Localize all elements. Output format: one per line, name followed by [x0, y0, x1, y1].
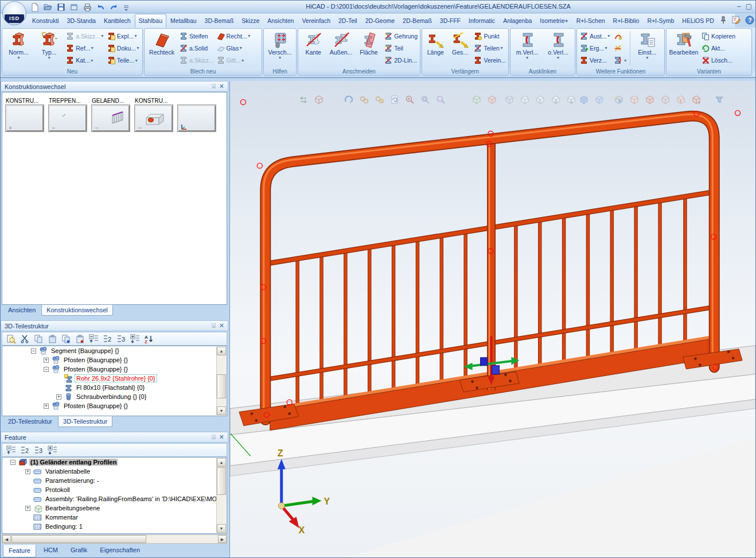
scrollbar-thumb[interactable] — [217, 467, 226, 495]
redo-icon[interactable] — [108, 2, 119, 12]
tree-item-segment-baugruppe[interactable]: −Segment {Baugruppe} {} — [2, 346, 227, 355]
minimize-button[interactable]: – — [737, 2, 741, 11]
panel-tab-2d-teilestruktur[interactable]: 2D-Teilestruktur — [3, 417, 57, 427]
tree-item-bedingung-1[interactable]: Bedingung: 1 — [2, 522, 227, 531]
edit-icon[interactable] — [731, 15, 741, 25]
open-icon[interactable] — [42, 2, 53, 12]
copy-button[interactable] — [34, 334, 44, 344]
doku-button[interactable]: Doku... ▼ — [106, 42, 141, 53]
drawing-thumbnail-2[interactable]: TREPPEN... — [49, 97, 87, 131]
3d-scene[interactable]: Z Y X — [230, 81, 755, 557]
scroll-up-arrow[interactable]: ▲ — [217, 347, 226, 355]
tree-item-1-gel-nder-entlang-profilen[interactable]: −(1) Geländer entlang Profilen — [2, 458, 227, 467]
preview-button[interactable] — [6, 334, 16, 344]
ribbon-tab-metallbau[interactable]: Metallbau — [166, 14, 201, 28]
ribbon-tab-informatic[interactable]: Informatic — [465, 14, 499, 28]
expand-button[interactable] — [48, 445, 57, 455]
paste-doc-button[interactable] — [75, 334, 85, 344]
steifen-button[interactable]: Steifen — [178, 30, 215, 41]
ribbon-tab-2d-bema[interactable]: 2D-Bemaß — [399, 14, 436, 28]
tree-item-parametrisierung[interactable]: Parametrisierung: - — [2, 476, 227, 485]
a-solid-button[interactable]: a.Solid — [178, 42, 215, 53]
gehrung-button[interactable]: Gehrung — [383, 30, 419, 41]
a-skizz-button[interactable]: a.Skizz... — [178, 55, 215, 66]
level3-button[interactable]: 3 — [116, 334, 126, 344]
pin-icon[interactable] — [718, 15, 728, 25]
ribbon-tab-helios-pd[interactable]: HELiOS PD — [678, 14, 718, 28]
close-icon[interactable]: ✕ — [219, 83, 224, 90]
pin-icon[interactable]: ⍗ — [212, 83, 216, 90]
ribbon-tab-anlagenba[interactable]: Anlagenba — [499, 14, 536, 28]
collapse-node-icon[interactable]: − — [10, 460, 15, 465]
teile-button[interactable]: Teile... ▼ — [106, 55, 141, 66]
ribbon-tab-2d-geome[interactable]: 2D-Geome — [361, 14, 399, 28]
pin-icon[interactable]: ⍗ — [212, 322, 216, 330]
kat-button[interactable]: Kat... ▼ — [64, 55, 106, 66]
ribbon-tab-3d-standa[interactable]: 3D-Standa — [63, 14, 100, 28]
paste-button[interactable] — [48, 334, 57, 344]
m-verl-button[interactable]: m.Verl...▼ — [512, 29, 543, 67]
scroll-left-arrow[interactable]: ◀ — [2, 535, 11, 543]
bottom-tab-hcm[interactable]: HCM — [38, 545, 63, 557]
ribbon-tab-konstrukti[interactable]: Konstrukti — [28, 14, 63, 28]
close-icon[interactable]: ✕ — [219, 322, 224, 330]
verein-button[interactable]: Verein... — [472, 55, 507, 66]
aust-button[interactable]: Aust... ▼ — [578, 30, 612, 41]
copy-doc-button[interactable] — [61, 334, 71, 344]
ribbon-tab-skizze[interactable]: Skizze — [237, 14, 263, 28]
kante-button[interactable]: Kante — [299, 29, 327, 67]
scrollbar-thumb[interactable] — [217, 374, 226, 398]
collapse-button[interactable] — [89, 334, 99, 344]
drawing-thumbnail-5[interactable] — [178, 97, 216, 131]
a-skizz-button[interactable]: a.Skizz... ▼ — [64, 30, 106, 41]
scroll-down-arrow[interactable]: ▼ — [217, 524, 226, 533]
scroll-up-arrow[interactable]: ▲ — [217, 458, 226, 467]
bearbeiten-button[interactable]: Bearbeiten — [668, 29, 700, 67]
ribbon-tab-3d-fff[interactable]: 3D-FFF — [436, 14, 465, 28]
tree-item-pfosten-baugruppe[interactable]: +Pfosten {Baugruppe} {} — [2, 355, 227, 365]
tool-button[interactable]: ▼ — [612, 55, 629, 66]
ges-button[interactable]: Ges... — [448, 29, 473, 67]
ribbon-tab-isometrie[interactable]: Isometrie+ — [536, 14, 572, 28]
new-window-icon[interactable] — [69, 2, 79, 12]
bottom-tab-feature[interactable]: Feature — [3, 545, 36, 557]
o-verl-button[interactable]: o.Verl...▼ — [543, 29, 574, 67]
ribbon-tab-ansichten[interactable]: Ansichten — [263, 14, 298, 28]
tree-item-rohr-26-9x2-stahlrohre-0[interactable]: Rohr 26.9x2 {Stahlrohre} {0} — [2, 374, 227, 383]
rechteck-button[interactable]: Rechteck — [146, 29, 178, 67]
au-en-button[interactable]: Außen... — [327, 29, 354, 67]
application-button[interactable]: ISD — [2, 1, 26, 25]
ribbon-tab-r-i-symb[interactable]: R+I-Symb — [643, 14, 678, 28]
scroll-down-arrow[interactable]: ▼ — [217, 406, 226, 415]
drawing-thumbnail-4[interactable]: KONSTRU... — [135, 97, 173, 131]
scroll-right-arrow[interactable]: ▶ — [218, 535, 227, 543]
tree-item-bearbeitungsebene[interactable]: +Bearbeitungsebene — [2, 503, 227, 513]
level2-button[interactable]: 2 — [103, 334, 112, 344]
ribbon-tab-stahlbau[interactable]: Stahlbau — [135, 14, 166, 28]
erg-button[interactable]: Erg... ▼ — [578, 42, 612, 53]
close-icon[interactable]: ✕ — [219, 433, 224, 441]
collapse-button[interactable] — [6, 445, 16, 455]
teil-button[interactable]: Teil — [383, 42, 419, 53]
glas-button[interactable]: Glas ▼ — [215, 42, 252, 53]
recht-button[interactable]: Recht... ▼ — [215, 30, 252, 41]
expand-node-icon[interactable]: + — [44, 358, 49, 363]
panel-tab-3d-teilestruktur[interactable]: 3D-Teilestruktur — [58, 416, 112, 427]
tree-item-protokoll[interactable]: Protokoll — [2, 485, 227, 494]
expl-button[interactable]: Expl... ▼ — [106, 30, 141, 41]
bottom-tab-eigenschaften[interactable]: Eigenschaften — [95, 545, 145, 557]
ribbon-tab-2d-teil[interactable]: 2D-Teil — [334, 14, 361, 28]
versch-button[interactable]: Versch...▼ — [265, 29, 295, 67]
expand-node-icon[interactable]: + — [56, 394, 61, 400]
tree-item-kommentar[interactable]: Kommentar — [2, 513, 227, 522]
panel-tab-ansichten[interactable]: Ansichten — [3, 305, 40, 315]
tool-button[interactable] — [612, 42, 629, 53]
tree-item-assembly-railing-railingfrombe[interactable]: Assembly: 'Railing.RailingFromBeams' in … — [2, 494, 227, 503]
tree-item-pfosten-baugruppe[interactable]: +Pfosten {Baugruppe} {} — [2, 401, 227, 410]
expand-node-icon[interactable]: + — [25, 469, 30, 474]
ribbon-tab-vereinfach[interactable]: Vereinfach — [298, 14, 334, 28]
einst-button[interactable]: Einst...▼ — [632, 29, 663, 67]
new-document-icon[interactable] — [29, 2, 40, 12]
maximize-button[interactable]: ▢ — [746, 2, 752, 11]
collapse-node-icon[interactable]: − — [44, 367, 49, 372]
